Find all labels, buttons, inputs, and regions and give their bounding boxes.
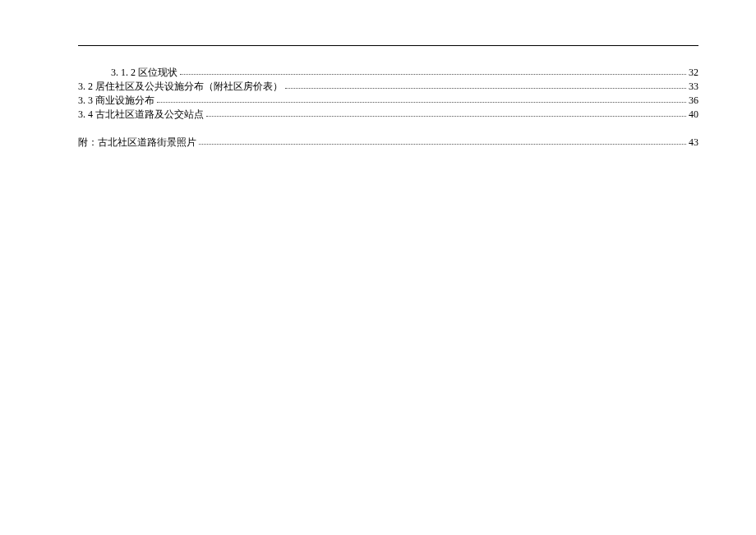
toc-page: 36 [689, 94, 698, 108]
toc-entry: 3. 1. 2 区位现状 32 [78, 66, 698, 80]
toc-leader [206, 116, 686, 117]
toc-title: 3. 1. 2 区位现状 [111, 66, 177, 80]
toc-page: 33 [689, 80, 698, 94]
toc-title: 3. 3 商业设施分布 [78, 94, 154, 108]
toc-page: 40 [689, 108, 698, 122]
toc-entry: 3. 2 居住社区及公共设施分布（附社区房价表） 33 [78, 80, 698, 94]
toc-leader [199, 144, 686, 145]
toc-leader [180, 74, 686, 75]
toc: 3. 1. 2 区位现状 32 3. 2 居住社区及公共设施分布（附社区房价表）… [78, 66, 698, 150]
toc-leader [285, 88, 686, 89]
toc-page: 43 [689, 136, 698, 150]
toc-spacer [78, 122, 698, 136]
toc-entry: 附：古北社区道路街景照片 43 [78, 136, 698, 150]
toc-entry: 3. 3 商业设施分布 36 [78, 94, 698, 108]
toc-page: 32 [689, 66, 698, 80]
toc-title: 附：古北社区道路街景照片 [78, 136, 196, 150]
toc-entry: 3. 4 古北社区道路及公交站点 40 [78, 108, 698, 122]
toc-title: 3. 2 居住社区及公共设施分布（附社区房价表） [78, 80, 283, 94]
toc-title: 3. 4 古北社区道路及公交站点 [78, 108, 204, 122]
header-rule [78, 45, 698, 46]
toc-leader [157, 102, 686, 103]
